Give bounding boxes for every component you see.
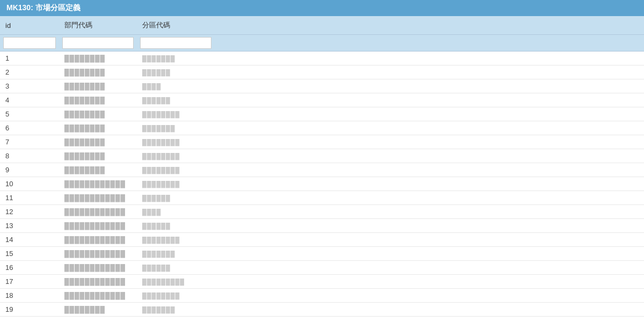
cell-empty	[215, 205, 644, 219]
cell-empty	[215, 219, 644, 233]
cell-dept: ████████	[59, 163, 137, 177]
table-row[interactable]: 9████████████████	[0, 163, 644, 177]
cell-dept: ████████████	[59, 205, 137, 219]
cell-empty	[215, 163, 644, 177]
cell-empty	[215, 261, 644, 275]
filter-id-input[interactable]	[3, 37, 56, 49]
cell-id: 3	[0, 79, 59, 93]
filter-zone-input[interactable]	[140, 37, 211, 49]
cell-zone: ██████	[137, 65, 215, 79]
cell-zone: ██████	[137, 261, 215, 275]
table-row[interactable]: 10████████████████████	[0, 177, 644, 191]
cell-empty	[215, 121, 644, 135]
cell-dept: ████████	[59, 107, 137, 121]
col-header-zone: 分區代碼	[137, 16, 215, 35]
table-row[interactable]: 12████████████████	[0, 205, 644, 219]
cell-zone: ███████	[137, 121, 215, 135]
cell-dept: ████████	[59, 52, 137, 65]
cell-id: 19	[0, 303, 59, 317]
cell-dept: ████████████	[59, 261, 137, 275]
table-row[interactable]: 1███████████████	[0, 52, 644, 65]
table-row[interactable]: 8████████████████	[0, 149, 644, 163]
cell-empty	[215, 289, 644, 303]
cell-empty	[215, 275, 644, 289]
cell-zone: ████████	[137, 289, 215, 303]
cell-id: 18	[0, 289, 59, 303]
cell-empty	[215, 247, 644, 261]
cell-zone: ████████	[137, 163, 215, 177]
cell-zone: ██████	[137, 93, 215, 107]
cell-id: 17	[0, 275, 59, 289]
cell-zone: ███████	[137, 303, 215, 317]
table-row[interactable]: 13██████████████████	[0, 219, 644, 233]
table-row[interactable]: 18████████████████████	[0, 289, 644, 303]
filter-dept-input[interactable]	[62, 37, 134, 49]
cell-zone: ███████	[137, 52, 215, 65]
col-header-id: id	[0, 16, 59, 35]
cell-id: 1	[0, 52, 59, 65]
cell-id: 12	[0, 205, 59, 219]
cell-dept: ████████████	[59, 289, 137, 303]
cell-empty	[215, 135, 644, 149]
cell-empty	[215, 107, 644, 121]
table-row[interactable]: 11██████████████████	[0, 191, 644, 205]
table-row[interactable]: 5████████████████	[0, 107, 644, 121]
cell-empty	[215, 52, 644, 65]
cell-zone: ████████	[137, 135, 215, 149]
cell-dept: ████████	[59, 65, 137, 79]
cell-zone: ████	[137, 79, 215, 93]
table-row[interactable]: 19███████████████	[0, 303, 644, 317]
table-row[interactable]: 3████████████	[0, 79, 644, 93]
cell-zone: ████	[137, 205, 215, 219]
cell-zone: ████████	[137, 177, 215, 191]
table-row[interactable]: 14████████████████████	[0, 233, 644, 247]
table-row[interactable]: 4██████████████	[0, 93, 644, 107]
cell-empty	[215, 191, 644, 205]
cell-id: 8	[0, 149, 59, 163]
cell-dept: ████████	[59, 303, 137, 317]
col-header-dept: 部門代碼	[59, 16, 137, 35]
table-row[interactable]: 6███████████████	[0, 121, 644, 135]
table-row[interactable]: 7████████████████	[0, 135, 644, 149]
cell-dept: ████████	[59, 149, 137, 163]
cell-empty	[215, 303, 644, 317]
cell-dept: ████████████	[59, 177, 137, 191]
cell-dept: ████████████	[59, 247, 137, 261]
table-row[interactable]: 2██████████████	[0, 65, 644, 79]
cell-id: 7	[0, 135, 59, 149]
filter-empty-cell	[215, 35, 644, 52]
table-row[interactable]: 15███████████████████	[0, 247, 644, 261]
cell-empty	[215, 177, 644, 191]
cell-dept: ████████	[59, 121, 137, 135]
cell-zone: ████████	[137, 107, 215, 121]
col-header-empty	[215, 16, 644, 35]
cell-id: 13	[0, 219, 59, 233]
cell-dept: ████████████	[59, 219, 137, 233]
cell-zone: ██████	[137, 191, 215, 205]
cell-zone: ████████	[137, 233, 215, 247]
title-bar: MK130: 市場分區定義	[0, 0, 644, 16]
page-title: MK130: 市場分區定義	[6, 3, 80, 13]
cell-dept: ████████	[59, 93, 137, 107]
cell-zone: ██████	[137, 219, 215, 233]
cell-id: 9	[0, 163, 59, 177]
cell-id: 11	[0, 191, 59, 205]
table-row[interactable]: 16██████████████████	[0, 261, 644, 275]
filter-row	[0, 35, 644, 52]
main-content: id 部門代碼 分區代碼 1███████████████2██████████…	[0, 16, 644, 322]
data-table: id 部門代碼 分區代碼 1███████████████2██████████…	[0, 16, 644, 317]
cell-zone: ████████	[137, 149, 215, 163]
table-row[interactable]: 17█████████████████████	[0, 275, 644, 289]
cell-id: 15	[0, 247, 59, 261]
cell-zone: █████████	[137, 275, 215, 289]
cell-dept: ████████████	[59, 275, 137, 289]
cell-id: 16	[0, 261, 59, 275]
cell-dept: ████████████	[59, 233, 137, 247]
cell-id: 6	[0, 121, 59, 135]
cell-empty	[215, 233, 644, 247]
table-header-row: id 部門代碼 分區代碼	[0, 16, 644, 35]
cell-dept: ████████	[59, 79, 137, 93]
cell-zone: ███████	[137, 247, 215, 261]
cell-id: 14	[0, 233, 59, 247]
cell-empty	[215, 93, 644, 107]
